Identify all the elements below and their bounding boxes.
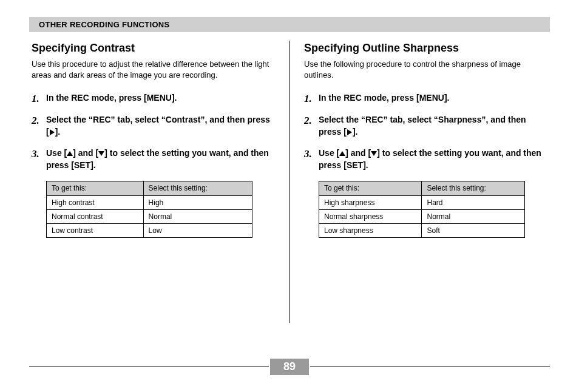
table-row: Normal contrast Normal <box>47 209 252 223</box>
step-text: ]. <box>353 127 358 137</box>
step-1: In the REC mode, press [MENU]. <box>304 92 547 104</box>
step-3: Use [] and [] to select the setting you … <box>32 147 275 171</box>
step-2: Select the “REC” tab, select “Contrast”,… <box>32 114 275 138</box>
intro-text: Use the following procedure to control t… <box>304 59 547 80</box>
right-arrow-icon <box>347 129 353 135</box>
step-3: Use [] and [] to select the setting you … <box>304 147 547 171</box>
intro-text: Use this procedure to adjust the relativ… <box>32 59 275 80</box>
left-column: Specifying Contrast Use this procedure t… <box>29 41 290 238</box>
right-arrow-icon <box>49 129 55 135</box>
svg-marker-0 <box>50 129 55 135</box>
up-arrow-icon <box>67 150 73 157</box>
table-header: To get this: <box>319 181 422 195</box>
down-arrow-icon <box>371 150 377 157</box>
page-number: 89 <box>270 359 309 375</box>
table-header-row: To get this: Select this setting: <box>319 181 525 195</box>
table-header: Select this setting: <box>143 181 252 195</box>
svg-marker-1 <box>67 151 73 156</box>
topic-title-sharpness: Specifying Outline Sharpness <box>304 41 547 55</box>
steps-list: In the REC mode, press [MENU]. Select th… <box>32 92 275 171</box>
table-cell: High contrast <box>47 195 144 209</box>
step-text: Use [ <box>319 148 339 158</box>
page: OTHER RECORDING FUNCTIONS Specifying Con… <box>0 0 579 392</box>
table-row: High contrast High <box>47 195 252 209</box>
column-separator <box>290 41 290 323</box>
two-column-layout: Specifying Contrast Use this procedure t… <box>29 41 550 238</box>
settings-table: To get this: Select this setting: High s… <box>319 181 525 238</box>
table-header-row: To get this: Select this setting: <box>47 181 252 195</box>
footer-rule-left <box>29 367 269 367</box>
table-header: Select this setting: <box>422 181 525 195</box>
footer-rule-right <box>310 367 550 367</box>
svg-marker-3 <box>347 129 352 135</box>
table-cell: Low sharpness <box>319 223 422 237</box>
table-cell: Normal sharpness <box>319 209 422 223</box>
table-cell: Normal <box>422 209 525 223</box>
table-cell: Low contrast <box>47 223 144 237</box>
topic-title-contrast: Specifying Contrast <box>32 41 275 55</box>
table-cell: Normal contrast <box>47 209 144 223</box>
svg-marker-2 <box>98 151 104 156</box>
up-arrow-icon <box>339 150 345 157</box>
table-cell: Soft <box>422 223 525 237</box>
table-row: High sharpness Hard <box>319 195 525 209</box>
table-row: Low contrast Low <box>47 223 252 237</box>
table-cell: Low <box>143 223 252 237</box>
table-cell: High sharpness <box>319 195 422 209</box>
down-arrow-icon <box>98 150 104 157</box>
step-text: Select the “REC” tab, select “Contrast”,… <box>46 115 270 137</box>
steps-list: In the REC mode, press [MENU]. Select th… <box>304 92 547 171</box>
step-text: ] and [ <box>345 148 371 158</box>
svg-marker-5 <box>371 151 377 156</box>
section-header: OTHER RECORDING FUNCTIONS <box>29 17 550 32</box>
right-column: Specifying Outline Sharpness Use the fol… <box>290 41 550 238</box>
page-footer: 89 <box>29 359 550 375</box>
table-cell: Normal <box>143 209 252 223</box>
step-1: In the REC mode, press [MENU]. <box>32 92 275 104</box>
step-2: Select the “REC” tab, select “Sharpness”… <box>304 114 547 138</box>
svg-marker-4 <box>339 151 345 156</box>
footer-rule-group: 89 <box>29 359 550 375</box>
table-row: Low sharpness Soft <box>319 223 525 237</box>
step-text: ] and [ <box>73 148 98 158</box>
table-row: Normal sharpness Normal <box>319 209 525 223</box>
table-cell: High <box>143 195 252 209</box>
table-header: To get this: <box>47 181 144 195</box>
table-cell: Hard <box>422 195 525 209</box>
step-text: Use [ <box>46 148 67 158</box>
settings-table: To get this: Select this setting: High c… <box>46 181 252 238</box>
step-text: ]. <box>55 127 61 137</box>
